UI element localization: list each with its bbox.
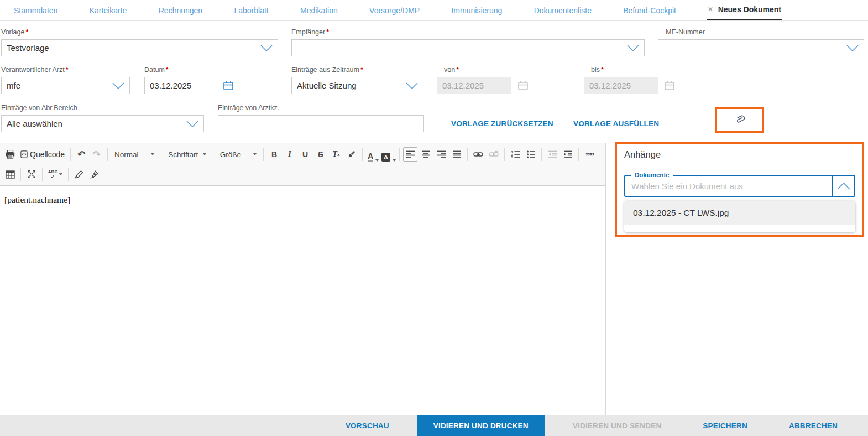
ordered-list-icon: 123 [511,150,520,158]
decrease-indent-button[interactable] [545,147,560,162]
source-button[interactable]: Quellcode [18,147,67,162]
increase-indent-button[interactable] [561,147,575,162]
datum-input[interactable] [144,77,217,94]
chevron-down-icon [260,45,273,51]
toolbar-separator [362,148,363,161]
close-icon[interactable]: × [708,4,713,14]
tab-immunisierung[interactable]: Immunisierung [450,0,503,20]
toolbar-separator [600,148,600,161]
print-button[interactable] [3,147,17,162]
align-right-button[interactable] [434,147,448,162]
table-button[interactable] [3,167,17,181]
abr-bereich-label: Einträge von Abr.Bereich [1,103,204,115]
bulleted-list-button[interactable] [524,147,538,162]
bis-input [584,77,658,94]
abbrechen-button[interactable]: ABBRECHEN [789,422,838,430]
link-button[interactable] [471,147,485,162]
tab-karteikarte[interactable]: Karteikarte [88,0,128,20]
copy-formatting-button[interactable] [344,147,359,162]
speichern-button[interactable]: SPEICHERN [703,422,747,430]
toolbar-separator [467,148,468,161]
tab-neues-dokument[interactable]: × Neues Dokument [707,0,782,20]
dokumente-option[interactable]: 03.12.2025 - CT LWS.jpg [624,201,855,225]
paintbrush-icon [347,150,356,159]
bold-button[interactable]: B [267,147,281,162]
arzt-select[interactable] [1,77,130,94]
vorlage-zuruecksetzen-button[interactable]: VORLAGE ZURÜCKSETZEN [451,120,553,128]
caret-down-icon [203,153,206,155]
dokumente-combobox[interactable]: Dokumente Wählen Sie ein Dokument aus [624,175,855,197]
maximize-button[interactable] [24,167,39,181]
action-bar: VORSCHAU VIDIEREN UND DRUCKEN VIDIEREN U… [0,415,868,436]
font-select[interactable]: Schriftart [164,147,210,162]
align-left-button[interactable] [403,147,417,162]
von-input [437,77,511,94]
me-nummer-select[interactable] [658,39,864,56]
toolbar-separator [578,148,579,161]
print-icon [6,150,15,159]
toolbar-separator [504,148,505,161]
vorlage-select[interactable] [1,39,278,56]
vidieren-und-drucken-button[interactable]: VIDIEREN UND DRUCKEN [417,415,545,436]
dokumente-collapse-button[interactable] [832,176,854,196]
italic-button[interactable]: I [283,147,297,162]
tab-befund-cockpit[interactable]: Befund-Cockpit [622,0,677,20]
strikethrough-button[interactable]: S [313,147,328,162]
dokumente-input[interactable]: Wählen Sie ein Dokument aus [625,176,832,196]
caret-down-icon [393,159,396,162]
unlink-button[interactable] [487,147,501,162]
attachment-paperclip-button[interactable] [715,107,764,133]
vorlage-label: Vorlage* [1,28,278,39]
tab-vorsorge-dmp[interactable]: Vorsorge/DMP [368,0,421,20]
tab-dokumentenliste[interactable]: Dokumentenliste [533,0,593,20]
chevron-down-icon [846,45,859,51]
signature-pen-button[interactable] [87,167,102,181]
toolbar-separator [399,148,400,161]
remove-format-button[interactable]: Tx [329,147,343,162]
vorlage-ausfuellen-button[interactable]: VORLAGE AUSFÜLLEN [573,120,659,128]
source-code-icon [20,150,28,159]
align-right-icon [437,150,446,158]
spellcheck-button[interactable]: ABC ✓ [46,167,65,181]
paragraph-format-select[interactable]: Normal [111,147,158,162]
zeitraum-select[interactable] [291,77,423,94]
underline-button[interactable]: U [298,147,312,162]
tab-medikation[interactable]: Medikation [299,0,339,20]
abr-bereich-select[interactable] [1,115,204,132]
blockquote-button[interactable]: ”” [582,147,597,162]
redo-button[interactable]: ↷ [90,147,104,162]
empfaenger-select[interactable] [291,39,645,56]
size-select[interactable]: Größe [216,147,260,162]
vorschau-button[interactable]: VORSCHAU [346,422,389,430]
caret-down-icon [151,153,154,155]
undo-button[interactable]: ↶ [74,147,88,162]
signature-pen-icon [90,170,100,179]
align-center-button[interactable] [419,147,433,162]
link-icon [473,151,483,158]
text-color-button[interactable]: A [366,147,380,162]
caret-down-icon [253,153,257,155]
dokumente-dropdown-list: 03.12.2025 - CT LWS.jpg [624,201,855,232]
background-color-button[interactable]: A [381,147,396,162]
chevron-down-icon [406,82,418,89]
justify-icon [452,150,462,158]
arztkz-input[interactable] [218,115,424,132]
justify-button[interactable] [449,147,464,162]
tab-laborblatt[interactable]: Laborblatt [233,0,269,20]
tab-rechnungen[interactable]: Rechnungen [158,0,203,20]
dokumente-label: Dokumente [631,172,673,178]
ordered-list-button[interactable]: 123 [508,147,522,162]
editor-body[interactable]: [patient.nachname] [0,186,605,214]
indent-icon [563,150,573,158]
calendar-icon[interactable] [223,80,234,91]
toolbar-separator [107,148,108,161]
toolbar-separator [263,148,264,161]
text-cursor [630,180,630,191]
table-icon [6,170,15,179]
tab-stammdaten[interactable]: Stammdaten [13,0,59,20]
source-label: Quellcode [30,150,65,159]
edit-pencil-button[interactable] [72,167,86,181]
toolbar-separator [20,168,21,181]
me-nummer-label: ME-Nummer [658,28,864,39]
toolbar-separator [70,148,71,161]
